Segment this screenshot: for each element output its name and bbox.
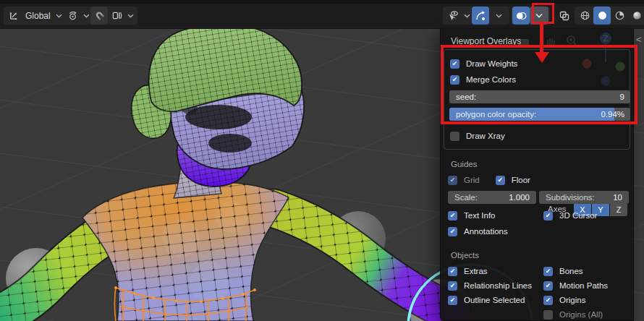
chevron-down-icon	[125, 14, 136, 18]
draw-xray-checkbox[interactable]	[450, 132, 459, 141]
merge-colors-label: Merge Colors	[466, 75, 516, 84]
floor-label: Floor	[512, 176, 530, 184]
guides-row-1: Grid Floor	[448, 174, 627, 187]
merge-colors-row: Merge Colors	[450, 73, 516, 86]
extras-row: Extras	[448, 265, 488, 278]
3d-cursor-checkbox[interactable]	[543, 211, 553, 221]
zoom-ghost-icon	[567, 36, 576, 45]
shading-material-icon[interactable]	[611, 7, 628, 25]
show-gizmos-toggle[interactable]	[472, 7, 489, 25]
guides-row-3b: 3D Cursor	[543, 209, 597, 222]
overlays-group	[511, 7, 550, 25]
guides-section-label: Guides	[451, 160, 477, 168]
annotations-checkbox[interactable]	[448, 227, 457, 236]
scale-label: Scale:	[454, 193, 478, 202]
seed-label: seed:	[456, 93, 476, 101]
grid-subdivisions-field[interactable]: Subdivisions: 10	[539, 191, 629, 204]
gizmos-dropdown-chevron[interactable]	[489, 7, 508, 25]
relationship-lines-checkbox[interactable]	[448, 281, 457, 291]
merge-colors-checkbox[interactable]	[450, 75, 459, 85]
shading-solid-icon[interactable]	[593, 7, 611, 25]
grid-checkbox[interactable]	[448, 176, 457, 185]
polygon-color-opacity-label: polygon color opacity:	[456, 110, 536, 119]
bones-checkbox[interactable]	[543, 267, 553, 276]
grid-scale-field[interactable]: Scale: 1.000	[448, 191, 536, 204]
xray-group	[554, 7, 575, 25]
xray-toggle-icon[interactable]	[556, 7, 573, 25]
axis-z-button[interactable]: Z	[610, 202, 627, 216]
snap-proportional-group	[89, 7, 137, 25]
transform-orientation-icon	[5, 7, 22, 25]
origins-label: Origins	[559, 296, 585, 304]
subdivisions-value: 10	[613, 193, 622, 202]
bones-label: Bones	[559, 267, 583, 275]
origins-all-row: Origins (All)	[543, 308, 603, 321]
origins-all-checkbox[interactable]	[543, 310, 553, 320]
bones-row: Bones	[543, 265, 583, 278]
viewport-overlays-popover: Z Viewport Overlays Draw Weights Merge C…	[440, 29, 634, 321]
pivot-point-icon	[64, 7, 81, 25]
floor-checkbox[interactable]	[496, 176, 505, 185]
objects-section-label: Objects	[451, 251, 479, 260]
object-visibility-icon	[444, 7, 462, 25]
outline-selected-row: Outline Selected	[448, 294, 525, 307]
shading-rendered-icon[interactable]	[628, 7, 644, 25]
draw-weights-label: Draw Weights	[466, 59, 517, 68]
guides-row-3: Text Info	[448, 209, 495, 222]
hand-ghost-icon	[548, 38, 554, 47]
draw-weights-row: Draw Weights	[450, 57, 517, 70]
proportional-editing-icon[interactable]	[108, 7, 125, 25]
guides-section: Guides	[451, 158, 477, 171]
polygon-color-opacity-slider[interactable]: polygon color opacity: 0.94%	[449, 108, 630, 121]
shading-wireframe-icon[interactable]	[576, 7, 593, 25]
text-info-checkbox[interactable]	[448, 211, 457, 221]
draw-xray-row: Draw Xray	[450, 129, 505, 142]
polygon-color-opacity-value: 0.94%	[601, 110, 624, 119]
objects-section: Objects	[451, 249, 479, 262]
annotations-label: Annotations	[464, 227, 508, 236]
svg-text:Z: Z	[603, 35, 609, 43]
outline-selected-checkbox[interactable]	[448, 296, 457, 305]
scale-value: 1.000	[509, 193, 530, 202]
extras-label: Extras	[464, 267, 488, 275]
show-overlays-toggle[interactable]	[512, 7, 530, 25]
relationship-lines-row: Relationship Lines	[448, 279, 532, 292]
workspace-tabs-sliver	[0, 0, 644, 4]
panel-title: Viewport Overlays	[451, 36, 521, 46]
seed-slider[interactable]: seed: 9	[449, 90, 630, 103]
overlays-dropdown-chevron[interactable]	[530, 7, 548, 25]
motion-paths-checkbox[interactable]	[543, 281, 553, 291]
object-visibility-dropdown[interactable]	[443, 7, 474, 25]
viewport-header: Global	[0, 4, 644, 29]
3d-cursor-label: 3D Cursor	[559, 211, 597, 220]
blender-3d-viewport: { "header": { "orientation": {"label": "…	[0, 0, 644, 321]
transform-orientation-dropdown[interactable]: Global	[4, 7, 66, 25]
motion-paths-label: Motion Paths	[559, 281, 608, 290]
gizmos-group	[470, 7, 509, 25]
extras-checkbox[interactable]	[448, 267, 457, 276]
shading-group	[575, 7, 644, 25]
draw-weights-checkbox[interactable]	[450, 59, 459, 69]
subdivisions-label: Subdivisions:	[546, 193, 595, 202]
annotations-row: Annotations	[448, 225, 508, 238]
origins-row: Origins	[543, 294, 585, 307]
seed-value: 9	[620, 93, 624, 101]
text-info-label: Text Info	[464, 211, 495, 220]
origins-checkbox[interactable]	[543, 296, 553, 305]
outline-selected-label: Outline Selected	[464, 296, 525, 304]
transform-orientation-label: Global	[22, 11, 54, 21]
sidebar-toggle-chevron[interactable]: <	[636, 34, 642, 45]
motion-paths-row: Motion Paths	[543, 279, 608, 292]
origins-all-label: Origins (All)	[559, 310, 603, 319]
weights-group-box: Draw Weights Merge Colors seed: 9 polygo…	[444, 49, 630, 150]
snap-magnet-icon[interactable]	[90, 7, 108, 25]
relationship-lines-label: Relationship Lines	[464, 281, 532, 290]
grid-label: Grid	[464, 176, 480, 184]
draw-xray-label: Draw Xray	[466, 132, 505, 140]
